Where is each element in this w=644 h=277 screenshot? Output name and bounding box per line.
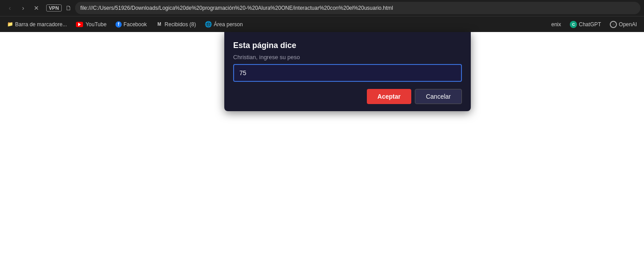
accept-button[interactable]: Aceptar: [367, 89, 411, 104]
close-button[interactable]: ✕: [30, 2, 43, 14]
page-file-icon: 🗋: [65, 4, 72, 12]
bookmark-label-barra-marcadores: Barra de marcadore...: [15, 21, 67, 28]
vpn-badge[interactable]: VPN: [46, 4, 62, 12]
bookmark-label-chatgpt: ChatGPT: [579, 21, 601, 28]
dialog-title: Esta página dice: [233, 41, 462, 50]
back-button[interactable]: ‹: [4, 2, 16, 14]
page-content: Esta página dice Christian, ingrese su p…: [0, 32, 644, 277]
cancel-button[interactable]: Cancelar: [415, 89, 462, 104]
dialog-buttons: Aceptar Cancelar: [233, 89, 462, 104]
globe-icon: 🌐: [205, 21, 212, 28]
bookmark-label-openai: OpenAI: [619, 21, 637, 28]
dialog-input[interactable]: [233, 64, 462, 82]
title-bar: ‹ › ✕ VPN 🗋 file:///C:/Users/51926/Downl…: [0, 0, 644, 16]
bookmark-item-phoenix[interactable]: enix: [548, 20, 564, 29]
bookmark-item-barra-marcadores[interactable]: 📁 Barra de marcadore...: [4, 20, 71, 29]
bookmark-item-area-personal[interactable]: 🌐 Área person: [201, 20, 246, 29]
gmail-icon: M: [156, 22, 163, 27]
nav-buttons: ‹ › ✕: [4, 2, 43, 14]
bookmark-label-gmail: Recibidos (8): [165, 21, 196, 28]
browser-chrome: ‹ › ✕ VPN 🗋 file:///C:/Users/51926/Downl…: [0, 0, 644, 32]
bookmark-label-youtube: YouTube: [86, 21, 107, 28]
openai-icon: ○: [610, 21, 617, 28]
phoenix-label: enix: [551, 21, 561, 28]
bookmarks-bar: 📁 Barra de marcadore... YouTube f Facebo…: [0, 16, 644, 32]
bookmarks-right: enix C ChatGPT ○ OpenAI: [548, 20, 640, 29]
forward-button[interactable]: ›: [17, 2, 29, 14]
bookmark-item-chatgpt[interactable]: C ChatGPT: [566, 20, 604, 29]
dialog-label: Christian, ingrese su peso: [233, 54, 462, 60]
facebook-icon: f: [115, 21, 122, 28]
chatgpt-icon: C: [570, 21, 577, 28]
bookmark-label-facebook: Facebook: [123, 21, 147, 28]
address-bar-text: file:///C:/Users/51926/Downloads/Logica%…: [80, 5, 393, 11]
bookmark-label-area-personal: Área person: [214, 21, 242, 28]
dialog-box: Esta página dice Christian, ingrese su p…: [224, 32, 471, 111]
folder-icon: 📁: [7, 21, 13, 28]
bookmark-item-youtube[interactable]: YouTube: [72, 20, 110, 29]
back-icon: ‹: [9, 4, 11, 12]
dialog-overlay: Esta página dice Christian, ingrese su p…: [0, 32, 644, 277]
bookmark-item-facebook[interactable]: f Facebook: [112, 20, 151, 29]
address-bar[interactable]: file:///C:/Users/51926/Downloads/Logica%…: [75, 2, 640, 14]
bookmark-item-openai[interactable]: ○ OpenAI: [606, 20, 640, 29]
bookmark-item-gmail[interactable]: M Recibidos (8): [152, 20, 200, 29]
forward-icon: ›: [22, 4, 24, 12]
youtube-icon: [76, 22, 83, 27]
close-icon: ✕: [34, 4, 39, 12]
